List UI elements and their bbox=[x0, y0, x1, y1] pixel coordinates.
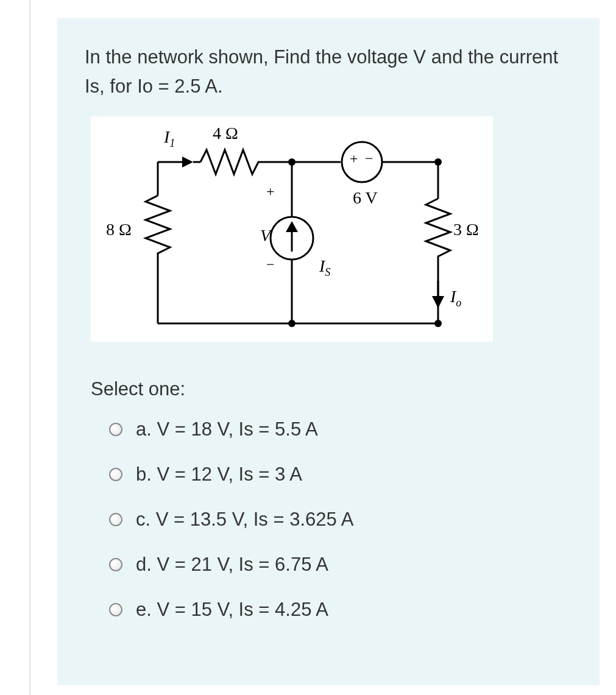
src-plus: + bbox=[350, 150, 358, 167]
option-c[interactable]: c. V = 13.5 V, Is = 3.625 A bbox=[109, 509, 572, 531]
label-I1: I1 bbox=[164, 127, 175, 150]
option-d-label: d. V = 21 V, Is = 6.75 A bbox=[136, 554, 328, 576]
sidebar-divider bbox=[29, 0, 30, 695]
label-V: V bbox=[260, 226, 271, 245]
option-e-label: e. V = 15 V, Is = 4.25 A bbox=[136, 599, 328, 621]
option-a[interactable]: a. V = 18 V, Is = 5.5 A bbox=[109, 418, 572, 440]
radio-a[interactable] bbox=[109, 423, 122, 436]
label-8ohm: 8 Ω bbox=[106, 220, 132, 239]
radio-e[interactable] bbox=[109, 603, 122, 616]
svg-marker-10 bbox=[432, 296, 444, 308]
option-b[interactable]: b. V = 12 V, Is = 3 A bbox=[109, 464, 572, 485]
option-b-label: b. V = 12 V, Is = 3 A bbox=[136, 464, 302, 485]
svg-marker-0 bbox=[182, 157, 193, 168]
question-prompt: In the network shown, Find the voltage V… bbox=[85, 43, 572, 101]
radio-c[interactable] bbox=[109, 513, 122, 526]
label-6V: 6 V bbox=[353, 188, 378, 208]
V-plus: + bbox=[266, 183, 275, 200]
label-3ohm: 3 Ω bbox=[453, 220, 479, 239]
label-Io: Io bbox=[450, 287, 461, 309]
option-a-label: a. V = 18 V, Is = 5.5 A bbox=[136, 418, 318, 440]
svg-point-2 bbox=[342, 142, 382, 182]
V-minus: − bbox=[266, 256, 275, 273]
radio-b[interactable] bbox=[109, 468, 122, 481]
circuit-svg bbox=[91, 116, 493, 342]
src-minus: − bbox=[365, 150, 373, 167]
radio-d[interactable] bbox=[109, 558, 122, 571]
label-4ohm: 4 Ω bbox=[213, 124, 238, 143]
question-card: In the network shown, Find the voltage V… bbox=[57, 18, 600, 685]
label-Is: IS bbox=[319, 256, 330, 279]
option-e[interactable]: e. V = 15 V, Is = 4.25 A bbox=[109, 599, 572, 621]
select-one-label: Select one: bbox=[91, 378, 572, 400]
circuit-diagram: I1 4 Ω 8 Ω 3 Ω 6 V + − + V − IS Io bbox=[91, 116, 493, 342]
option-c-label: c. V = 13.5 V, Is = 3.625 A bbox=[136, 509, 353, 531]
option-d[interactable]: d. V = 21 V, Is = 6.75 A bbox=[109, 554, 572, 576]
